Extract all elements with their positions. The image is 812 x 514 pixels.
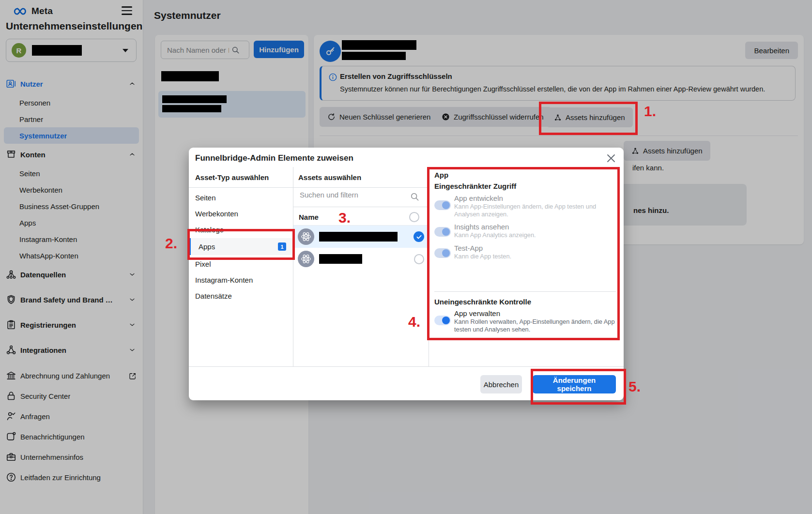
permission-description: Kann App Analytics anzeigen.: [454, 231, 536, 239]
asset-type-kataloge[interactable]: Kataloge: [189, 222, 293, 237]
asset-type-label: Kataloge: [195, 226, 224, 234]
permission-row-test-app: Test-AppKann die App testen.: [434, 243, 624, 260]
asset-type-label: Seiten: [195, 194, 216, 202]
asset-type-label: Apps: [199, 242, 215, 251]
select-all-radio[interactable]: [409, 212, 419, 222]
assign-assets-modal: Funnelbridge-Admin Elemente zuweisen Ass…: [189, 148, 624, 400]
asset-type-apps[interactable]: Apps1: [189, 238, 293, 255]
selected-check-icon[interactable]: [414, 231, 424, 242]
full-control-toggle-list: App verwaltenKann Rollen verwalten, App-…: [434, 309, 624, 337]
permission-label: Test-App: [454, 243, 511, 253]
asset-type-datens-tze[interactable]: Datensätze: [189, 288, 293, 303]
redacted-app-name: [319, 232, 398, 242]
divider: [293, 207, 429, 207]
asset-type-column-header: Asset-Typ auswählen: [195, 173, 269, 181]
assets-name-header-row: Name: [299, 210, 424, 224]
asset-type-label: Instagram-Konten: [195, 276, 253, 284]
asset-type-label: Pixel: [195, 260, 211, 268]
restricted-access-header: Eingeschränkter Zugriff: [434, 182, 516, 190]
divider: [434, 291, 616, 292]
asset-rows: [293, 226, 429, 270]
search-icon: [410, 192, 420, 202]
meta-business-settings-page: Meta Unternehmenseinstellungen R NutzerP…: [0, 0, 812, 514]
asset-row[interactable]: [293, 248, 429, 270]
permission-row-app-entwickeln: App entwickelnKann App-Einstellungen änd…: [434, 194, 624, 218]
assets-column-header: Assets auswählen: [298, 173, 361, 181]
divider: [189, 187, 429, 188]
cancel-button[interactable]: Abbrechen: [480, 375, 522, 393]
permission-row-insights-ansehen: Insights ansehenKann App Analytics anzei…: [434, 222, 624, 239]
asset-type-list: SeitenWerbekontenKatalogeApps1PixelInsta…: [189, 190, 293, 303]
name-column-header: Name: [299, 213, 319, 221]
asset-search-input[interactable]: [299, 190, 407, 199]
toggle-test-app-on[interactable]: [434, 248, 451, 258]
app-atom-icon: [298, 228, 314, 245]
divider: [189, 366, 624, 367]
column-divider: [429, 167, 429, 366]
toggle-app-verwalten-on[interactable]: [434, 316, 451, 325]
permission-description: Kann die App testen.: [454, 253, 511, 260]
permission-label: App verwalten: [454, 309, 621, 318]
restricted-toggle-list: App entwickelnKann App-Einstellungen änd…: [434, 194, 624, 264]
selected-count-badge: 1: [278, 242, 286, 251]
permission-row-app-verwalten: App verwaltenKann Rollen verwalten, App-…: [434, 309, 624, 333]
close-icon[interactable]: [605, 152, 617, 164]
asset-type-werbekonten[interactable]: Werbekonten: [189, 206, 293, 221]
toggle-app-entwickeln-on[interactable]: [434, 200, 451, 210]
permission-description: Kann Rollen verwalten, App-Einstellungen…: [454, 318, 621, 333]
asset-type-pixel[interactable]: Pixel: [189, 257, 293, 271]
asset-search: [299, 190, 429, 207]
asset-radio[interactable]: [414, 254, 424, 264]
permissions-app-header: App: [434, 171, 448, 179]
permission-label: App entwickeln: [454, 194, 621, 203]
permission-label: Insights ansehen: [454, 222, 536, 231]
asset-type-seiten[interactable]: Seiten: [189, 190, 293, 205]
asset-type-label: Werbekonten: [195, 210, 238, 218]
redacted-app-name: [319, 254, 362, 264]
full-control-header: Uneingeschränkte Kontrolle: [434, 298, 531, 306]
permission-description: Kann App-Einstellungen ändern, die App t…: [454, 203, 621, 218]
asset-row[interactable]: [293, 226, 429, 248]
asset-type-label: Datensätze: [195, 292, 232, 300]
modal-title: Funnelbridge-Admin Elemente zuweisen: [195, 153, 353, 163]
app-atom-icon: [298, 251, 314, 267]
asset-type-instagram-konten[interactable]: Instagram-Konten: [189, 272, 293, 287]
save-changes-button[interactable]: Änderungen speichern: [533, 375, 616, 393]
toggle-insights-ansehen-on[interactable]: [434, 227, 451, 237]
